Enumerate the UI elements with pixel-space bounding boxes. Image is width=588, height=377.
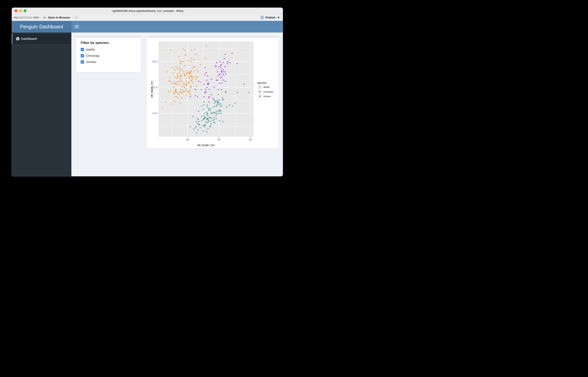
refresh-icon	[74, 15, 78, 20]
window-controls	[14, 8, 26, 14]
box-top-border	[76, 36, 141, 37]
checkbox-gentoo[interactable]: Gentoo	[81, 60, 137, 64]
checkbox-chinstrap[interactable]: Chinstrap	[81, 54, 137, 57]
sidebar-toggle-button[interactable]	[75, 25, 79, 28]
dashboard-body: Filter by species: Adelie Chinstrap	[71, 33, 283, 176]
checkbox-checked-icon[interactable]	[81, 48, 84, 51]
checkbox-label: Adelie	[86, 48, 95, 51]
svg-text:15.0: 15.0	[152, 112, 157, 115]
window-titlebar: ~/git/EDS430-shiny-app/dashboard_css_exa…	[12, 8, 283, 14]
open-in-browser-label: Open in Browser	[48, 16, 70, 19]
svg-text:bill_length_mm: bill_length_mm	[197, 144, 215, 147]
url-text: http://127.0.0.1:4668	[13, 16, 39, 19]
sidebar-item-dashboard[interactable]: Dashboard	[12, 34, 71, 44]
dashboard-navbar	[71, 21, 283, 33]
checkbox-label: Chinstrap	[86, 54, 99, 57]
refresh-button[interactable]	[74, 15, 78, 20]
filter-box: Filter by species: Adelie Chinstrap	[76, 36, 141, 72]
tachometer-icon	[16, 37, 20, 41]
checkbox-checked-icon[interactable]	[81, 60, 84, 64]
svg-text:50: 50	[218, 138, 220, 141]
sidebar-item-label: Dashboard	[21, 37, 37, 41]
svg-text:species: species	[257, 81, 267, 84]
open-in-browser-button[interactable]: Open in Browser	[43, 15, 70, 19]
publish-label: Publish	[266, 16, 276, 19]
plot-box: 15.017.520.0405060bill_length_mmbill_dep…	[147, 36, 279, 149]
publish-dropdown-caret[interactable]: ▼	[277, 16, 280, 19]
checkbox-label: Gentoo	[86, 60, 96, 64]
viewer-toolbar: http://127.0.0.1:4668 Open in Browser	[12, 14, 283, 21]
svg-text:Adelie: Adelie	[263, 86, 270, 88]
svg-text:20.0: 20.0	[152, 60, 157, 63]
scatter-plot: 15.017.520.0405060bill_length_mmbill_dep…	[147, 36, 279, 149]
shiny-app: Penguin Dashboard Dashboard	[12, 21, 283, 176]
app-window: ~/git/EDS430-shiny-app/dashboard_css_exa…	[12, 8, 283, 176]
svg-text:60: 60	[249, 138, 252, 141]
close-button[interactable]	[14, 9, 17, 12]
checkbox-checked-icon[interactable]	[81, 54, 84, 57]
dashboard-title: Penguin Dashboard	[12, 21, 71, 33]
svg-text:Gentoo: Gentoo	[263, 95, 271, 98]
window-title: ~/git/EDS430-shiny-app/dashboard_css_exa…	[111, 9, 184, 12]
dashboard-header: Penguin Dashboard	[12, 21, 283, 33]
open-in-browser-icon	[43, 15, 47, 19]
publish-button[interactable]: Publish ▼	[260, 15, 280, 20]
svg-text:40: 40	[186, 138, 189, 141]
zoom-button[interactable]	[23, 9, 26, 12]
svg-text:Chinstrap: Chinstrap	[263, 91, 273, 93]
svg-text:bill_depth_mm: bill_depth_mm	[150, 81, 153, 97]
publish-icon	[260, 15, 264, 20]
minimize-button[interactable]	[19, 9, 22, 12]
checkbox-adelie[interactable]: Adelie	[81, 48, 137, 51]
filter-title: Filter by species:	[81, 41, 137, 45]
dashboard-sidebar: Dashboard	[12, 33, 71, 176]
toolbar-divider	[72, 15, 72, 20]
